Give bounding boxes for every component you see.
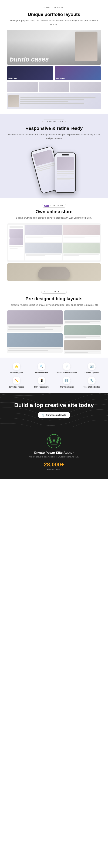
svg-marker-6: [52, 438, 56, 442]
mobile-app-label: Mobile app: [8, 78, 17, 79]
product-2: [62, 225, 100, 242]
store-sidebar: [8, 225, 24, 260]
product-3: [25, 243, 62, 260]
envato-badge-svg: [48, 435, 60, 447]
envato-logo: [47, 434, 61, 448]
blog-side-line-4: [65, 337, 86, 338]
shortcodes-title: Tone of Shortcodes: [83, 386, 100, 388]
blog-main-column: [7, 310, 62, 354]
store-preview: [7, 223, 101, 262]
purchase-icon: 🛒: [42, 414, 45, 416]
store-main: [25, 225, 100, 260]
sidebar-line-1: [9, 226, 23, 227]
blog-side-content-2: [64, 335, 101, 339]
woo-title: Own online store: [7, 209, 101, 214]
sidebar-img-1: [9, 229, 23, 238]
portfolio-badge: SHOW YOUR CASES: [41, 6, 67, 9]
product-info-3: [25, 253, 62, 257]
feature-seo: 🔍 SEO Optimized: [30, 363, 53, 374]
purchase-button[interactable]: 🛒 Purchase on Envato: [38, 412, 70, 418]
product-img-3: [25, 243, 62, 253]
docs-title: Extensive Documentation: [56, 372, 77, 374]
phone-line-r1: [57, 171, 74, 172]
blog-title: Pre-designed blog layouts: [7, 296, 101, 302]
product-img-1: [25, 225, 62, 235]
line-4: [20, 103, 84, 104]
ai-solutions-label: AI solutions: [56, 78, 65, 79]
blog-sidebar: [64, 310, 101, 354]
envato-stat: 28.000+: [7, 461, 101, 468]
phone-screen-img-right: [57, 157, 74, 170]
feature-updates: 🔄 Lifetime Updates: [80, 363, 103, 374]
sidebar-line-2: [9, 227, 23, 228]
responsive-title: Responsive & retina ready: [7, 126, 101, 131]
envato-circle: [47, 434, 61, 448]
docs-icon: 📄: [63, 363, 71, 370]
blog-side-content-3: [64, 350, 101, 354]
seo-icon: 🔍: [38, 363, 46, 370]
blog-side-line-1: [65, 321, 100, 322]
feature-shortcodes: 🔧 Tone of Shortcodes: [80, 377, 103, 388]
burido-face-image: [75, 32, 98, 61]
envato-title: Envato Power Elite Author: [7, 451, 101, 455]
blog-side-line-2: [65, 322, 89, 323]
blog-card-1: [7, 310, 62, 332]
product-img-4: [62, 243, 100, 253]
product-line-3: [63, 236, 99, 237]
nocoding-icon: ✏️: [12, 377, 20, 384]
portfolio-title: Unique portfolio layouts: [7, 12, 101, 17]
woo-badge: Woo SELL ONLINE: [42, 204, 66, 208]
product-grid: [25, 225, 100, 260]
features-row-1: ⭐ 5 Stars Support 🔍 SEO Optimized 📄 Exte…: [5, 363, 103, 374]
product-line-1: [26, 236, 61, 237]
wide-card-inner: [7, 93, 101, 109]
product-line-6: [26, 255, 45, 256]
sidebar-img-2: [9, 238, 23, 245]
line-1: [20, 97, 96, 98]
blog-side-content-1: [64, 320, 101, 324]
import-title: One Click Import: [59, 386, 74, 388]
blog-preview: [7, 310, 101, 354]
woocommerce-section: Woo SELL ONLINE Own online store Selling…: [0, 198, 108, 284]
phone-line-r5: [57, 180, 71, 180]
blog-line-3: [8, 329, 53, 330]
portfolio-grid-item-3: [70, 82, 101, 92]
portfolio-wide-card: [7, 93, 101, 109]
portfolio-grid: [7, 82, 101, 92]
blog-card-img-2: [7, 333, 62, 347]
phone-line-r3: [57, 175, 67, 176]
blog-side-line-6: [65, 352, 88, 353]
stars-icon: ⭐: [12, 363, 20, 370]
feature-responsive: 📱 Fully Responsive: [30, 377, 53, 388]
product-line-5: [26, 254, 61, 255]
phone-screen-right: [55, 153, 75, 192]
wide-card-image: [8, 95, 19, 107]
cta-bg-svg: [0, 393, 108, 427]
envato-subtitle: We are proud to be a member of Envato Po…: [7, 456, 101, 458]
feature-docs: 📄 Extensive Documentation: [55, 363, 78, 374]
woo-badge-label: SELL ONLINE: [50, 205, 63, 207]
blog-card-img-1: [7, 310, 62, 324]
portfolio-grid-item-2: [38, 82, 69, 92]
product-info-4: [62, 253, 100, 257]
blog-card-content-1: [7, 324, 62, 332]
sneaker-image: [7, 263, 101, 281]
blog-side-img-2: [64, 325, 101, 335]
feature-stars: ⭐ 5 Stars Support: [5, 363, 28, 374]
responsive-title: Fully Responsive: [34, 386, 49, 388]
blog-section: START YOUR BLOG Pre-designed blog layout…: [0, 284, 108, 358]
product-line-7: [63, 254, 99, 255]
blog-side-card-3: [64, 340, 101, 354]
burido-hero-image: burido cases: [7, 30, 101, 65]
sidebar-line-3: [9, 246, 23, 247]
updates-icon: 🔄: [88, 363, 96, 370]
blog-badge: START YOUR BLOG: [41, 290, 67, 293]
portfolio-section: SHOW YOUR CASES Unique portfolio layouts…: [0, 0, 108, 114]
cta-title: Build a top creative site today: [7, 402, 101, 408]
seo-title: SEO Optimized: [35, 372, 48, 374]
product-4: [62, 243, 100, 260]
blog-line-5: [8, 350, 48, 351]
wide-card-lines: [20, 97, 100, 105]
phone-notch: [62, 154, 69, 155]
responsive-badge: ON ALL DEVICES: [43, 120, 65, 123]
